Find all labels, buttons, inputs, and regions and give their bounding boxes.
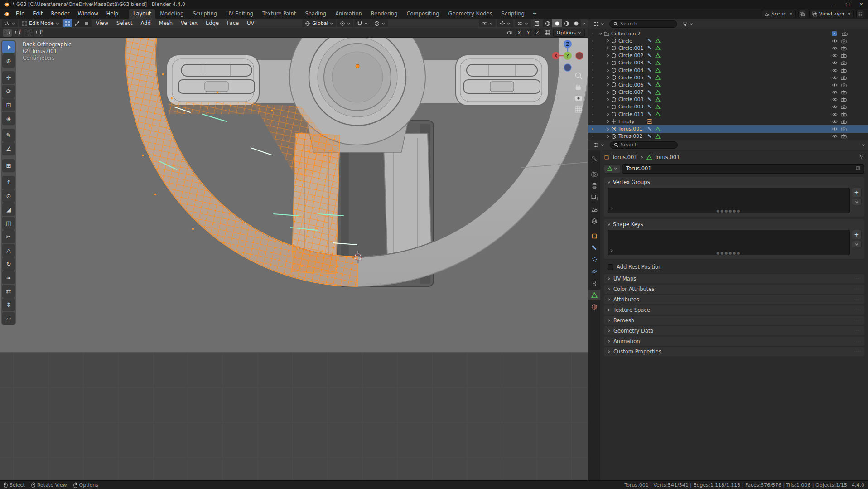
select-extend-mode-button[interactable]: + bbox=[13, 29, 22, 37]
tool-shear[interactable]: ▱ bbox=[2, 312, 15, 324]
tool-loop-cut[interactable]: ◫ bbox=[2, 217, 15, 229]
disclosure-icon[interactable] bbox=[606, 91, 610, 94]
mesh-data-icon[interactable] bbox=[655, 111, 661, 117]
panel-grip-icon[interactable]: ···· bbox=[854, 349, 861, 354]
hide-eye-icon[interactable] bbox=[832, 75, 838, 81]
mesh-data-icon[interactable] bbox=[655, 75, 661, 80]
tab-modifiers[interactable] bbox=[588, 242, 600, 253]
disclosure-icon[interactable] bbox=[606, 54, 610, 58]
attributes-panel-header[interactable]: Attributes ···· bbox=[604, 295, 864, 304]
tab-scene[interactable] bbox=[588, 204, 600, 215]
tool-spin[interactable]: ↻ bbox=[2, 257, 15, 270]
menu-mesh[interactable]: Mesh bbox=[155, 19, 176, 28]
render-camera-icon[interactable] bbox=[841, 75, 847, 81]
mesh-data-dropdown[interactable] bbox=[604, 164, 620, 174]
custom-properties-panel-header[interactable]: Custom Properties ···· bbox=[604, 347, 864, 356]
tab-material[interactable] bbox=[588, 301, 600, 312]
tool-move[interactable]: ✛ bbox=[2, 71, 15, 84]
resize-grip[interactable]: ●●●●●● bbox=[717, 251, 741, 255]
breadcrumb-data[interactable]: Torus.001 bbox=[655, 154, 680, 160]
render-camera-icon[interactable] bbox=[842, 31, 848, 37]
outliner-row-collection-2[interactable]: Collection 2 ✓ bbox=[588, 30, 868, 37]
chevron-down-icon[interactable] bbox=[862, 143, 865, 147]
panel-grip-icon[interactable]: ···· bbox=[854, 287, 861, 291]
mirror-x-toggle[interactable]: X bbox=[516, 29, 523, 36]
maximize-button[interactable]: ▢ bbox=[841, 0, 854, 9]
outliner-row-circle-002[interactable]: Circle.002 bbox=[588, 52, 868, 59]
view-layer-unlink-icon[interactable]: ✕ bbox=[846, 12, 851, 16]
disclosure-icon[interactable] bbox=[606, 112, 610, 116]
tool-bevel[interactable]: ◢ bbox=[2, 203, 15, 216]
render-camera-icon[interactable] bbox=[841, 104, 847, 110]
tool-transform[interactable]: ◈ bbox=[2, 112, 15, 125]
select-intersect-mode-button[interactable]: ∩ bbox=[34, 29, 43, 37]
menu-render[interactable]: Render bbox=[47, 9, 74, 19]
render-camera-icon[interactable] bbox=[841, 89, 847, 95]
tab-object-data[interactable] bbox=[588, 290, 600, 300]
mesh-data-icon[interactable] bbox=[655, 38, 661, 44]
modifier-wrench-icon[interactable] bbox=[647, 68, 652, 73]
scene-unlink-icon[interactable]: ✕ bbox=[788, 12, 793, 16]
disclosure-icon[interactable] bbox=[606, 83, 610, 87]
uv-maps-panel-header[interactable]: UV Maps ···· bbox=[604, 274, 864, 283]
tool-poly-build[interactable]: △ bbox=[2, 244, 15, 257]
face-select-toggle[interactable] bbox=[82, 19, 92, 27]
render-camera-icon[interactable] bbox=[841, 45, 847, 51]
render-camera-icon[interactable] bbox=[841, 119, 847, 125]
breadcrumb-object[interactable]: Torus.001 bbox=[612, 154, 637, 160]
vertex-select-toggle[interactable] bbox=[63, 19, 72, 27]
modifier-wrench-icon[interactable] bbox=[647, 82, 652, 87]
modifier-wrench-icon[interactable] bbox=[647, 60, 652, 66]
hide-eye-icon[interactable] bbox=[832, 68, 838, 73]
disclosure-icon[interactable] bbox=[606, 120, 610, 123]
tab-object[interactable] bbox=[588, 231, 600, 242]
render-camera-icon[interactable] bbox=[841, 133, 847, 139]
workspace-tab-modeling[interactable]: Modeling bbox=[155, 9, 188, 19]
outliner-row-circle[interactable]: Circle bbox=[588, 37, 868, 44]
disclosure-icon[interactable] bbox=[606, 105, 610, 109]
add-vertex-group-button[interactable]: + bbox=[852, 188, 862, 197]
minimize-button[interactable]: — bbox=[827, 0, 841, 9]
workspace-tab-shading[interactable]: Shading bbox=[300, 9, 331, 19]
gizmo-x-negative[interactable] bbox=[576, 52, 583, 59]
resize-grip[interactable]: ●●●●●● bbox=[717, 209, 741, 213]
object-visibility-dropdown[interactable] bbox=[479, 19, 496, 27]
tool-edge-slide[interactable]: ⇄ bbox=[2, 285, 15, 297]
shading-solid-toggle[interactable] bbox=[552, 19, 562, 27]
outliner-row-circle-004[interactable]: Circle.004 bbox=[588, 67, 868, 74]
tab-particles[interactable] bbox=[588, 254, 600, 265]
hide-eye-icon[interactable] bbox=[832, 45, 838, 51]
properties-search-input[interactable]: Search bbox=[610, 141, 678, 149]
hide-eye-icon[interactable] bbox=[832, 104, 838, 110]
workspace-tab-compositing[interactable]: Compositing bbox=[402, 9, 444, 19]
menu-edit[interactable]: Edit bbox=[29, 9, 47, 19]
workspace-tab-geometry-nodes[interactable]: Geometry Nodes bbox=[444, 9, 497, 19]
hide-eye-icon[interactable] bbox=[832, 38, 838, 44]
tool-shrink-fatten[interactable]: ↕ bbox=[2, 298, 15, 311]
tab-constraints[interactable] bbox=[588, 278, 600, 289]
render-camera-icon[interactable] bbox=[841, 126, 847, 132]
vertex-group-specials-dropdown[interactable] bbox=[852, 199, 862, 205]
disclosure-icon[interactable] bbox=[606, 39, 610, 43]
scene-selector[interactable]: Scene ✕ bbox=[762, 10, 796, 18]
specials-icon[interactable] bbox=[610, 205, 613, 212]
disclosure-icon[interactable] bbox=[606, 76, 610, 79]
tool-annotate[interactable]: ✎ bbox=[2, 129, 15, 141]
add-view-layer-button[interactable] bbox=[856, 10, 864, 18]
mesh-data-icon[interactable] bbox=[655, 126, 661, 132]
modifier-wrench-icon[interactable] bbox=[647, 53, 652, 58]
hide-eye-icon[interactable] bbox=[832, 89, 838, 95]
outliner-row-torus-002[interactable]: Torus.002 bbox=[588, 133, 868, 140]
workspace-tab-scripting[interactable]: Scripting bbox=[497, 9, 529, 19]
workspace-tab-rendering[interactable]: Rendering bbox=[366, 9, 402, 19]
render-camera-icon[interactable] bbox=[841, 97, 847, 102]
outliner-row-circle-003[interactable]: Circle.003 bbox=[588, 59, 868, 67]
disclosure-icon[interactable] bbox=[606, 46, 610, 50]
outliner-row-circle-006[interactable]: Circle.006 bbox=[588, 81, 868, 88]
viewport-canvas[interactable]: Z X Y bbox=[0, 38, 588, 480]
mesh-data-icon[interactable] bbox=[655, 134, 661, 139]
new-scene-button[interactable] bbox=[798, 10, 806, 18]
hide-eye-icon[interactable] bbox=[832, 126, 838, 132]
menu-uv[interactable]: UV bbox=[243, 19, 258, 28]
hide-eye-icon[interactable] bbox=[832, 82, 838, 88]
